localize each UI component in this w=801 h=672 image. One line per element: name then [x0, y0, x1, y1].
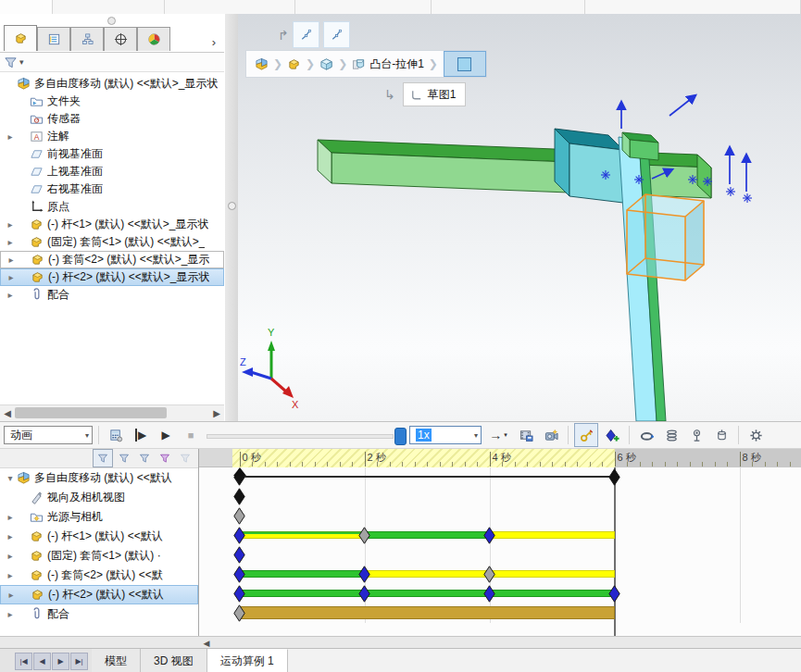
tree-item[interactable]: ▸(-) 杆<1> (默认) <<默认>_显示状: [0, 216, 224, 233]
tree-item[interactable]: ▸光源与相机: [0, 507, 198, 527]
tab-motion-study[interactable]: 运动算例 1: [207, 649, 288, 672]
keypoint-blue[interactable]: [233, 566, 245, 583]
keypoint-gray[interactable]: [233, 507, 245, 525]
tree-item[interactable]: ▸(-) 杆<2> (默认) <<默认: [0, 585, 198, 604]
tree-item[interactable]: ▸(固定) 套筒<1> (默认) ·: [0, 546, 198, 566]
expand-arrow-icon[interactable]: ▸: [4, 531, 17, 541]
cmd-tab[interactable]: [165, 0, 295, 14]
tree-item[interactable]: 文件夹: [0, 93, 224, 110]
last-tab-icon[interactable]: ▶|: [70, 653, 88, 670]
spring-button[interactable]: [660, 424, 682, 446]
cmd-tab[interactable]: [295, 0, 432, 14]
expand-arrow-icon[interactable]: ▸: [5, 255, 18, 265]
first-tab-icon[interactable]: |◀: [15, 653, 32, 670]
sleeve1-track[interactable]: [199, 545, 801, 565]
play-from-start-button[interactable]: ▶: [130, 424, 152, 446]
keypoint-gray[interactable]: [358, 527, 370, 544]
tab-displaymanager[interactable]: [137, 27, 170, 51]
tree-item[interactable]: ▸注解: [0, 128, 224, 145]
keypoint-black[interactable]: [608, 468, 620, 486]
tabs-flyout-arrow[interactable]: ›: [206, 32, 222, 51]
expand-arrow-icon[interactable]: ▸: [4, 219, 17, 230]
filter-all-button[interactable]: [93, 449, 113, 467]
rod1-track[interactable]: [199, 526, 801, 545]
slider-thumb[interactable]: [394, 428, 407, 445]
force-button[interactable]: [685, 424, 707, 446]
panel-grip[interactable]: [107, 17, 116, 25]
timebar-split[interactable]: [240, 531, 365, 539]
commandmanager-tab-strip[interactable]: [0, 0, 801, 15]
autokey-button[interactable]: [574, 423, 598, 447]
keypoint-blue[interactable]: [483, 585, 495, 603]
expand-arrow-icon[interactable]: ▸: [5, 590, 18, 600]
animation-wizard-button[interactable]: [540, 424, 562, 446]
graphics-area[interactable]: ↳ ❯ ❯ ❯ 凸台-拉伸1 ❯ ↳ 草图1: [238, 14, 801, 421]
keypoint-gray[interactable]: [233, 604, 245, 622]
cmd-tab[interactable]: [432, 0, 585, 14]
tree-item[interactable]: ▸(-) 套筒<2> (默认) <<默认>_显示: [0, 251, 224, 268]
tab-configurationmanager[interactable]: [70, 27, 104, 51]
splitter-handle[interactable]: [228, 202, 236, 210]
expand-arrow-icon[interactable]: ▸: [4, 237, 17, 247]
keypoint-blue[interactable]: [233, 527, 245, 544]
sleeve2-body-highlighted[interactable]: [627, 194, 704, 280]
timeline-tracks[interactable]: [199, 467, 801, 636]
timeline-zoom-slider[interactable]: [205, 426, 407, 444]
tree-item[interactable]: ▸(-) 杆<1> (默认) <<默认: [0, 527, 198, 546]
stop-button[interactable]: ■: [180, 424, 202, 446]
tab-propertymanager[interactable]: [37, 27, 70, 51]
lights-track[interactable]: [199, 506, 801, 526]
timebar-green[interactable]: [240, 590, 615, 597]
filter-driving-button[interactable]: [135, 450, 154, 467]
keypoint-blue[interactable]: [358, 566, 370, 583]
filter-animated-button[interactable]: [115, 450, 133, 467]
timebar-gold[interactable]: [240, 606, 615, 619]
feature-tree-hscrollbar[interactable]: ◀ ▶: [0, 404, 224, 421]
tab-dimxpertmanager[interactable]: [104, 27, 137, 51]
expand-arrow-icon[interactable]: ▸: [4, 570, 17, 580]
damper-button[interactable]: [710, 424, 732, 446]
filter-icon[interactable]: ▾: [4, 56, 24, 69]
panel-splitter[interactable]: [225, 14, 239, 421]
keypoint-blue[interactable]: [608, 585, 620, 603]
cmd-tab[interactable]: [585, 0, 801, 14]
assembly-track[interactable]: [199, 467, 801, 487]
filter-results-button[interactable]: [176, 450, 194, 467]
scroll-thumb[interactable]: [15, 407, 167, 418]
expand-arrow-icon[interactable]: ▸: [4, 609, 17, 619]
tree-item[interactable]: ▸(-) 杆<2> (默认) <<默认>_显示状: [0, 268, 224, 286]
keypoint-black[interactable]: [233, 488, 245, 505]
tree-item[interactable]: 上视基准面: [0, 163, 224, 180]
timeline-ruler[interactable]: 0 秒2 秒4 秒6 秒8 秒: [199, 449, 801, 467]
tree-item[interactable]: 原点: [0, 198, 224, 216]
scroll-right-icon[interactable]: ▶: [209, 405, 224, 420]
expand-arrow-icon[interactable]: ▸: [4, 290, 17, 300]
sleeve1-body[interactable]: [555, 129, 623, 203]
mates-track[interactable]: [199, 604, 801, 623]
tree-item[interactable]: 前视基准面: [0, 145, 224, 163]
study-type-combo[interactable]: 动画 ▾: [4, 426, 93, 444]
model-3d[interactable]: [238, 14, 801, 421]
timebar-green[interactable]: [240, 570, 365, 578]
keypoint-gray[interactable]: [483, 566, 495, 583]
rod2-track[interactable]: [199, 584, 801, 604]
timebar-green[interactable]: [365, 531, 490, 539]
keypoint-blue[interactable]: [483, 527, 495, 544]
tree-item[interactable]: 传感器: [0, 110, 224, 128]
tree-item[interactable]: ▸(固定) 套筒<1> (默认) <<默认>_: [0, 233, 224, 251]
calculate-button[interactable]: [105, 424, 127, 446]
expand-arrow-icon[interactable]: ▸: [4, 512, 17, 522]
play-button[interactable]: ▶: [155, 424, 177, 446]
tab-model[interactable]: 模型: [92, 649, 141, 672]
playhead[interactable]: [233, 467, 246, 476]
expand-arrow-icon[interactable]: ▸: [4, 131, 17, 142]
playback-speed-combo[interactable]: 1x ▾: [409, 426, 482, 444]
sleeve2-track[interactable]: [199, 565, 801, 584]
playback-mode-button[interactable]: →▾: [484, 424, 512, 446]
tree-item[interactable]: ▾多自由度移动 (默认) <<默认: [0, 468, 198, 488]
tree-item[interactable]: 视向及相机视图: [0, 488, 198, 507]
expand-arrow-icon[interactable]: ▾: [4, 473, 17, 483]
keypoint-blue[interactable]: [233, 585, 245, 603]
tab-3d-views[interactable]: 3D 视图: [141, 649, 207, 672]
motor-button[interactable]: [635, 424, 657, 446]
